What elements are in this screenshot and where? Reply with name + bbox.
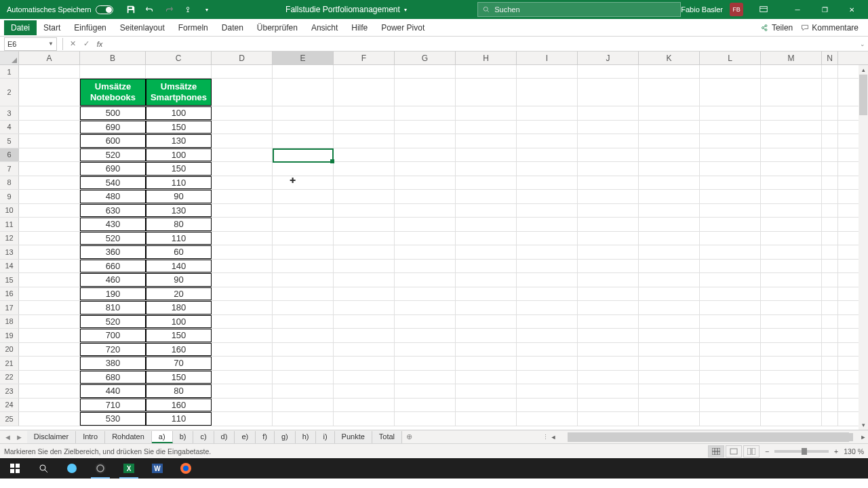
cell[interactable] bbox=[700, 232, 761, 245]
cell[interactable] bbox=[578, 134, 639, 148]
cell[interactable] bbox=[395, 371, 456, 384]
row-header[interactable]: 2 bbox=[0, 79, 19, 106]
cell[interactable] bbox=[578, 357, 639, 370]
data-cell[interactable]: 110 bbox=[146, 176, 212, 190]
cell[interactable] bbox=[273, 134, 334, 148]
sheet-tab[interactable]: Total bbox=[372, 431, 402, 443]
cell[interactable] bbox=[212, 260, 273, 273]
cell[interactable] bbox=[761, 148, 822, 162]
cell[interactable] bbox=[700, 412, 761, 426]
cell[interactable] bbox=[334, 343, 395, 357]
data-cell[interactable]: 80 bbox=[146, 384, 212, 398]
cell[interactable] bbox=[761, 315, 822, 329]
row-header[interactable]: 4 bbox=[0, 121, 19, 134]
col-header[interactable]: E bbox=[273, 52, 334, 64]
cell[interactable] bbox=[334, 134, 395, 148]
cell[interactable] bbox=[822, 245, 838, 259]
cell[interactable] bbox=[212, 232, 273, 245]
cell[interactable] bbox=[517, 190, 578, 203]
cell[interactable] bbox=[212, 245, 273, 259]
cell[interactable] bbox=[639, 79, 700, 106]
cell[interactable] bbox=[517, 343, 578, 357]
cell[interactable] bbox=[822, 232, 838, 245]
cell[interactable] bbox=[273, 329, 334, 342]
search-box[interactable]: Suchen bbox=[477, 2, 681, 17]
add-sheet-button[interactable]: ⊕ bbox=[402, 432, 416, 441]
cell[interactable] bbox=[273, 121, 334, 134]
col-header[interactable]: B bbox=[80, 52, 146, 64]
cell[interactable] bbox=[578, 371, 639, 384]
user-avatar[interactable]: FB bbox=[730, 3, 743, 16]
cell[interactable] bbox=[273, 412, 334, 426]
cell[interactable] bbox=[19, 190, 80, 203]
sheet-tab[interactable]: Rohdaten bbox=[105, 431, 152, 443]
cell[interactable] bbox=[395, 134, 456, 148]
cell[interactable] bbox=[456, 134, 517, 148]
data-cell[interactable]: 700 bbox=[80, 329, 146, 342]
cell[interactable] bbox=[19, 412, 80, 426]
cell[interactable] bbox=[334, 232, 395, 245]
cell[interactable] bbox=[212, 412, 273, 426]
row-header[interactable]: 10 bbox=[0, 204, 19, 218]
cell[interactable] bbox=[822, 204, 838, 218]
page-layout-view-button[interactable] bbox=[726, 445, 742, 458]
sheet-tab[interactable]: Disclaimer bbox=[27, 431, 76, 443]
cell[interactable] bbox=[212, 148, 273, 162]
data-cell[interactable]: 100 bbox=[146, 106, 212, 120]
cell[interactable] bbox=[456, 371, 517, 384]
cell[interactable] bbox=[212, 399, 273, 412]
cell[interactable] bbox=[639, 232, 700, 245]
cell[interactable] bbox=[517, 384, 578, 398]
cell[interactable] bbox=[334, 65, 395, 78]
cell[interactable] bbox=[578, 287, 639, 301]
cell[interactable] bbox=[639, 357, 700, 370]
cell[interactable] bbox=[517, 287, 578, 301]
cell[interactable] bbox=[517, 245, 578, 259]
cell[interactable] bbox=[212, 65, 273, 78]
cell[interactable] bbox=[578, 148, 639, 162]
sheet-tab[interactable]: d) bbox=[214, 431, 235, 443]
cell[interactable] bbox=[822, 287, 838, 301]
cell[interactable] bbox=[212, 204, 273, 218]
data-cell[interactable]: 130 bbox=[146, 204, 212, 218]
tab-ueberpruefen[interactable]: Überprüfen bbox=[250, 20, 304, 35]
cell[interactable] bbox=[578, 218, 639, 231]
hscroll-thumb[interactable] bbox=[568, 433, 853, 441]
cell[interactable] bbox=[822, 371, 838, 384]
taskbar-app-excel[interactable]: X bbox=[115, 458, 142, 479]
cell[interactable] bbox=[761, 204, 822, 218]
cell[interactable] bbox=[578, 245, 639, 259]
cell[interactable] bbox=[456, 190, 517, 203]
data-cell[interactable]: 90 bbox=[146, 273, 212, 287]
data-cell[interactable]: 500 bbox=[80, 106, 146, 120]
cell[interactable] bbox=[395, 301, 456, 314]
cell[interactable] bbox=[19, 79, 80, 106]
cell[interactable] bbox=[761, 245, 822, 259]
cell[interactable] bbox=[822, 148, 838, 162]
cell[interactable] bbox=[273, 384, 334, 398]
cell[interactable] bbox=[700, 301, 761, 314]
row-header[interactable]: 17 bbox=[0, 301, 19, 314]
sheet-tab[interactable]: a) bbox=[152, 431, 173, 443]
cell[interactable] bbox=[273, 343, 334, 357]
data-cell[interactable]: 20 bbox=[146, 287, 212, 301]
data-cell[interactable]: 520 bbox=[80, 148, 146, 162]
data-cell[interactable]: 360 bbox=[80, 245, 146, 259]
cell[interactable] bbox=[395, 79, 456, 106]
cell[interactable] bbox=[19, 134, 80, 148]
cell[interactable] bbox=[517, 371, 578, 384]
cell[interactable] bbox=[700, 273, 761, 287]
cell[interactable] bbox=[578, 260, 639, 273]
cell[interactable] bbox=[822, 301, 838, 314]
data-cell[interactable]: 100 bbox=[146, 315, 212, 329]
tab-datei[interactable]: Datei bbox=[4, 20, 37, 35]
data-cell[interactable]: 530 bbox=[80, 412, 146, 426]
cell[interactable] bbox=[273, 190, 334, 203]
minimize-button[interactable]: ─ bbox=[784, 0, 811, 19]
cell[interactable] bbox=[395, 357, 456, 370]
cell[interactable] bbox=[273, 65, 334, 78]
cell[interactable] bbox=[334, 412, 395, 426]
cell[interactable] bbox=[395, 162, 456, 176]
tab-daten[interactable]: Daten bbox=[215, 20, 250, 35]
share-button[interactable]: Teilen bbox=[761, 23, 793, 33]
